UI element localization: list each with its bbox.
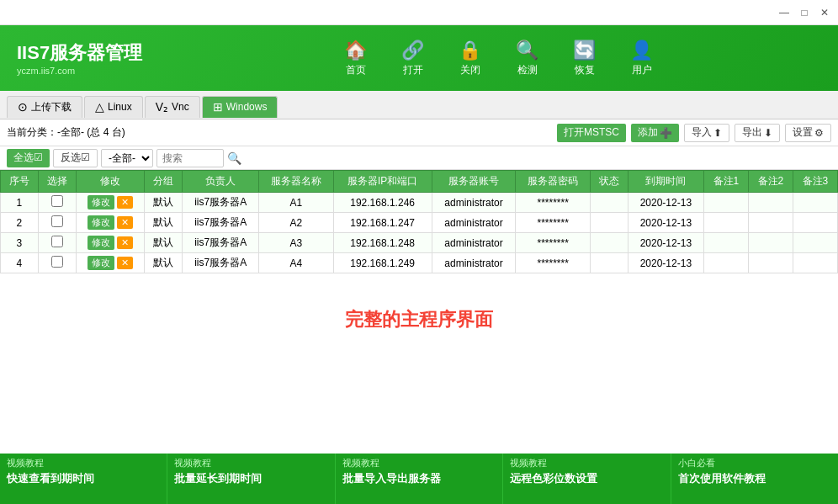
footer-title: 首次使用软件教程 (678, 471, 831, 486)
row-note2 (748, 253, 793, 273)
import-button[interactable]: 导入 ⬆ (684, 124, 729, 142)
footer-label: 视频教程 (510, 457, 663, 470)
table-header-cell: 到期时间 (628, 171, 703, 193)
table-header-cell: 修改 (76, 171, 145, 193)
row-name: A4 (259, 253, 334, 273)
tab-1[interactable]: V₂Vnc (145, 96, 200, 118)
footer-label: 视频教程 (7, 457, 160, 470)
row-name: A1 (259, 193, 334, 213)
row-password: ******** (516, 233, 591, 253)
row-ip: 192.168.1.249 (333, 253, 432, 273)
row-note3 (793, 193, 837, 213)
row-edit[interactable]: 修改 ✕ (76, 233, 145, 253)
filter-select[interactable]: -全部- (101, 149, 153, 167)
row-ip: 192.168.1.248 (333, 233, 432, 253)
row-password: ******** (516, 253, 591, 273)
row-account: administrator (432, 193, 516, 213)
tab-0[interactable]: ⊞Windows (202, 96, 278, 118)
table-header-cell: 分组 (145, 171, 183, 193)
footer-item-2[interactable]: 视频教程 批量导入导出服务器 (336, 454, 503, 504)
import-icon: ⬆ (713, 127, 722, 139)
row-checkbox[interactable] (38, 253, 76, 273)
row-edit[interactable]: 修改 ✕ (76, 193, 145, 213)
row-status (590, 233, 628, 253)
app-subtitle: yczm.iis7.com (17, 66, 142, 76)
table-header-cell: 备注1 (703, 171, 748, 193)
table-row: 2 修改 ✕ 默认 iis7服务器A A2 192.168.1.247 admi… (1, 213, 838, 233)
select-all-button[interactable]: 全选☑ (7, 149, 50, 167)
table-row: 4 修改 ✕ 默认 iis7服务器A A4 192.168.1.249 admi… (1, 253, 838, 273)
tab-3[interactable]: ⊙上传下载 (7, 96, 82, 118)
nav-item-3[interactable]: 🔍检测 (507, 40, 548, 77)
row-checkbox[interactable] (38, 233, 76, 253)
nav-item-4[interactable]: 🔄恢复 (565, 40, 605, 77)
row-note1 (703, 213, 748, 233)
footer-item-3[interactable]: 视频教程 远程色彩位数设置 (503, 454, 671, 504)
row-account: administrator (432, 233, 516, 253)
footer-title: 快速查看到期时间 (7, 471, 160, 486)
table-header-cell: 选择 (38, 171, 76, 193)
row-checkbox[interactable] (38, 193, 76, 213)
row-id: 2 (1, 213, 39, 233)
add-button[interactable]: 添加 ➕ (631, 124, 679, 142)
center-message: 完整的主程序界面 (0, 273, 838, 366)
toolbar: 当前分类：-全部- (总 4 台) 打开MSTSC 添加 ➕ 导入 ⬆ 导出 ⬇… (0, 119, 838, 146)
close-button[interactable]: ✕ (818, 6, 831, 19)
row-note2 (748, 193, 793, 213)
row-note1 (703, 233, 748, 253)
row-group: 默认 (145, 193, 183, 213)
row-note3 (793, 253, 837, 273)
row-edit[interactable]: 修改 ✕ (76, 213, 145, 233)
table-header-cell: 序号 (1, 171, 39, 193)
footer-item-0[interactable]: 视频教程 快速查看到期时间 (0, 454, 167, 504)
open-mstsc-button[interactable]: 打开MSTSC (557, 124, 626, 142)
table-header-cell: 服务器IP和端口 (333, 171, 432, 193)
row-edit[interactable]: 修改 ✕ (76, 253, 145, 273)
main-content: 当前分类：-全部- (总 4 台) 打开MSTSC 添加 ➕ 导入 ⬆ 导出 ⬇… (0, 119, 838, 504)
nav-item-0[interactable]: 🏠首页 (336, 40, 376, 77)
row-id: 1 (1, 193, 39, 213)
row-password: ******** (516, 213, 591, 233)
minimize-button[interactable]: — (777, 6, 791, 19)
table-header-cell: 负责人 (183, 171, 259, 193)
table-header-cell: 服务器账号 (432, 171, 516, 193)
row-id: 4 (1, 253, 39, 273)
footer-item-1[interactable]: 视频教程 批量延长到期时间 (167, 454, 335, 504)
add-icon: ➕ (660, 127, 672, 139)
row-note1 (703, 253, 748, 273)
row-ip: 192.168.1.247 (333, 213, 432, 233)
server-table: 序号选择修改分组负责人服务器名称服务器IP和端口服务器账号服务器密码状态到期时间… (0, 170, 838, 273)
search-icon[interactable]: 🔍 (227, 151, 241, 165)
table-header-cell: 服务器名称 (259, 171, 334, 193)
export-button[interactable]: 导出 ⬇ (735, 124, 780, 142)
table-header: 序号选择修改分组负责人服务器名称服务器IP和端口服务器账号服务器密码状态到期时间… (1, 171, 838, 193)
nav-item-1[interactable]: 🔗打开 (393, 40, 433, 77)
settings-button[interactable]: 设置 ⚙ (785, 124, 831, 142)
row-ip: 192.168.1.246 (333, 193, 432, 213)
footer-item-4[interactable]: 小白必看 首次使用软件教程 (671, 454, 838, 504)
row-checkbox[interactable] (38, 213, 76, 233)
title-bar: — □ ✕ (0, 0, 838, 25)
search-input[interactable] (156, 149, 224, 167)
settings-icon: ⚙ (814, 127, 824, 139)
nav-item-2[interactable]: 🔒关闭 (450, 40, 491, 77)
row-expire: 2020-12-13 (628, 233, 703, 253)
restore-button[interactable]: □ (798, 6, 811, 19)
footer-label: 小白必看 (678, 457, 831, 470)
row-person: iis7服务器A (183, 233, 259, 253)
invert-select-button[interactable]: 反选☑ (53, 149, 98, 167)
row-note2 (748, 233, 793, 253)
row-name: A3 (259, 233, 334, 253)
nav-bar: 🏠首页🔗打开🔒关闭🔍检测🔄恢复👤用户 (176, 40, 821, 77)
add-label: 添加 (638, 125, 658, 140)
row-person: iis7服务器A (183, 213, 259, 233)
nav-item-5[interactable]: 👤用户 (622, 40, 662, 77)
table-header-cell: 服务器密码 (516, 171, 591, 193)
import-label: 导入 (692, 125, 712, 140)
row-note2 (748, 213, 793, 233)
tab-2[interactable]: △Linux (84, 96, 143, 118)
export-label: 导出 (742, 125, 762, 140)
action-row: 全选☑ 反选☑ -全部- 🔍 (0, 146, 838, 170)
table-row: 3 修改 ✕ 默认 iis7服务器A A3 192.168.1.248 admi… (1, 233, 838, 253)
table-header-cell: 备注3 (793, 171, 837, 193)
